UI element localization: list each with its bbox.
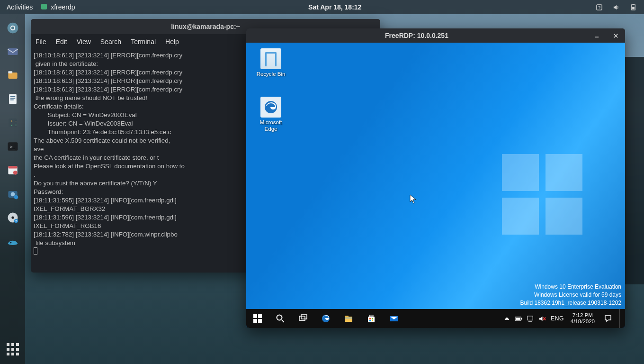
dock-files[interactable] [5,67,21,83]
search-button[interactable] [269,309,292,328]
svg-rect-51 [372,318,373,319]
terminal-cursor [34,247,37,255]
edge-icon [260,97,281,118]
terminal-text: [18:10:18:613] [3213:3214] [ERROR][com.f… [34,52,185,246]
svg-rect-48 [368,317,375,322]
svg-rect-23 [8,166,17,168]
dock-chromium[interactable] [5,20,21,36]
windows-taskbar: ENG 7:12 PM 4/18/2020 [246,309,625,328]
taskbar-mail[interactable] [383,309,405,328]
dock-screenshot[interactable] [5,186,21,202]
tray-date: 4/18/2020 [571,318,595,325]
svg-rect-36 [253,314,257,318]
svg-rect-53 [372,320,373,321]
watermark-line3: Build 18362.19h1_release.190318-1202 [520,299,621,307]
watermark-line1: Windows 10 Enterprise Evaluation [520,283,621,291]
terminal-menu-terminal[interactable]: Terminal [131,38,156,46]
system-tray: ENG 7:12 PM 4/18/2020 [501,309,625,328]
activities-button[interactable]: Activities [7,3,33,11]
show-applications-button[interactable] [7,343,19,355]
action-center-button[interactable] [601,315,615,322]
topbar-clock[interactable]: Sat Apr 18, 18:12 [81,3,588,11]
svg-text:>_: >_ [9,144,15,149]
svg-rect-46 [345,316,349,318]
svg-rect-37 [258,314,262,318]
dock-calendar[interactable] [5,162,21,178]
gnome-topbar: Activities xfreerdp Sat Apr 18, 18:12 ? [0,0,644,14]
taskbar-explorer[interactable] [337,309,360,328]
svg-text:−: − [15,119,17,123]
tray-battery-icon[interactable] [515,315,522,322]
svg-rect-52 [369,320,371,321]
start-button[interactable] [246,309,269,328]
task-view-button[interactable] [292,309,314,328]
volume-icon[interactable] [612,3,620,11]
svg-rect-50 [369,318,371,319]
tray-clock[interactable]: 7:12 PM 4/18/2020 [569,312,597,325]
freerdp-titlebar[interactable]: FreeRDP: 10.0.0.251 [246,28,625,43]
svg-point-24 [13,171,17,175]
edge-label: Microsoft Edge [253,119,289,132]
svg-rect-56 [521,318,522,319]
recycle-bin-label: Recycle Bin [253,71,289,77]
remote-cursor-icon [410,194,416,206]
windows-logo-bg [502,154,582,235]
svg-line-41 [282,320,284,322]
svg-point-26 [10,192,15,197]
svg-rect-58 [528,316,533,319]
tray-network-icon[interactable] [527,315,534,322]
tray-volume-muted-icon[interactable] [539,315,546,322]
svg-point-40 [277,315,282,320]
svg-rect-14 [10,100,13,100]
svg-rect-3 [632,4,634,4]
desktop-icon-edge[interactable]: Microsoft Edge [253,97,289,132]
dock-calculator[interactable]: +−×= [5,115,21,131]
svg-rect-42 [299,316,305,320]
svg-rect-8 [8,48,18,55]
terminal-menu-search[interactable]: Search [100,38,121,46]
dock-text-editor[interactable] [5,91,21,107]
tray-overflow-icon[interactable] [503,315,510,322]
tray-language[interactable]: ENG [551,315,564,322]
dock-mail[interactable] [5,44,21,60]
dock-disc[interactable] [5,209,21,226]
windows-watermark: Windows 10 Enterprise Evaluation Windows… [520,283,621,307]
svg-rect-39 [258,319,262,323]
svg-rect-59 [528,321,532,321]
remote-desktop[interactable]: Recycle Bin Microsoft Edge Windows 10 En… [246,43,625,328]
battery-icon[interactable] [629,3,637,11]
svg-text:?: ? [598,5,600,10]
taskbar-edge[interactable] [314,309,337,328]
svg-rect-10 [8,71,12,73]
freerdp-title-label: FreeRDP: 10.0.0.251 [246,32,587,39]
xfreerdp-icon [41,4,47,9]
svg-point-27 [14,195,18,200]
active-app-label: xfreerdp [51,3,75,11]
taskbar-store[interactable] [360,309,383,328]
dock-shark[interactable] [5,233,21,249]
help-icon[interactable]: ? [595,3,603,11]
terminal-menu-edit[interactable]: Edit [56,38,67,46]
gnome-dock: +−×= >_ [0,14,25,364]
terminal-menu-view[interactable]: View [77,38,91,46]
svg-point-7 [11,27,14,29]
desktop-icon-recycle-bin[interactable]: Recycle Bin [253,48,289,77]
tray-time: 7:12 PM [571,312,595,318]
close-button[interactable] [606,28,625,43]
svg-rect-43 [301,315,307,319]
minimize-button[interactable] [587,28,606,43]
terminal-menu-help[interactable]: Help [165,38,179,46]
svg-point-31 [9,242,11,244]
svg-text:+: + [10,119,12,123]
terminal-menu-file[interactable]: File [36,38,46,46]
svg-text:×: × [10,124,12,127]
svg-point-29 [11,216,14,218]
svg-rect-4 [632,7,635,9]
svg-rect-57 [516,318,520,320]
watermark-line2: Windows License valid for 59 days [520,291,621,299]
show-desktop-button[interactable] [619,309,622,328]
svg-rect-9 [8,73,17,79]
svg-rect-13 [10,98,15,99]
dock-terminal[interactable]: >_ [5,138,21,155]
active-app-indicator[interactable]: xfreerdp [41,3,75,11]
